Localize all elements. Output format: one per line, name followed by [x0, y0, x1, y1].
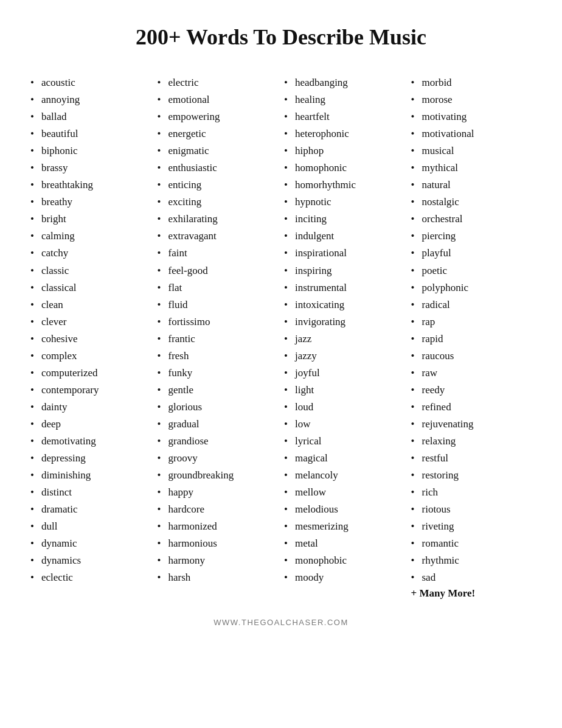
- list-item: melancoly: [284, 467, 405, 484]
- list-item: playful: [411, 245, 532, 262]
- list-item: eclectic: [30, 569, 151, 586]
- list-item: enticing: [158, 177, 279, 194]
- list-item: motivational: [411, 125, 532, 142]
- list-item: riotous: [411, 501, 532, 518]
- list-item: harmony: [158, 552, 279, 569]
- list-item: harsh: [158, 569, 279, 586]
- list-item: jazz: [284, 331, 405, 348]
- list-item: harmonized: [158, 518, 279, 535]
- list-item: sad: [411, 569, 532, 586]
- list-item: frantic: [158, 331, 279, 348]
- list-item: indulgent: [284, 228, 405, 245]
- column-1: acousticannoyingballadbeautifulbiphonicb…: [30, 74, 151, 600]
- list-item: calming: [30, 228, 151, 245]
- list-item: contemporary: [30, 382, 151, 399]
- list-item: clever: [30, 313, 151, 331]
- list-item: homorhythmic: [284, 177, 405, 194]
- list-item: exhilarating: [158, 211, 279, 228]
- list-item: brassy: [30, 159, 151, 177]
- list-item: motivating: [411, 108, 532, 125]
- list-item: loud: [284, 399, 405, 416]
- list-item: mellow: [284, 484, 405, 501]
- list-item: demotivating: [30, 433, 151, 450]
- list-item: healing: [284, 91, 405, 108]
- list-item: instrumental: [284, 279, 405, 296]
- list-item: breathy: [30, 194, 151, 211]
- list-item: joyful: [284, 365, 405, 382]
- footer: WWW.THEGOALCHASER.COM: [30, 618, 532, 627]
- columns-wrapper: acousticannoyingballadbeautifulbiphonicb…: [30, 74, 532, 600]
- list-item: inspiring: [284, 262, 405, 279]
- list-item: enthusiastic: [158, 159, 279, 177]
- page-title: 200+ Words To Describe Music: [30, 24, 532, 50]
- list-item: relaxing: [411, 433, 532, 450]
- list-item: classical: [30, 279, 151, 296]
- column-4: morbidmorosemotivatingmotivationalmusica…: [411, 74, 532, 600]
- list-item: groovy: [158, 450, 279, 467]
- list-item: fortissimo: [158, 313, 279, 331]
- list-item: diminishing: [30, 467, 151, 484]
- list-item: dainty: [30, 399, 151, 416]
- list-item: riveting: [411, 518, 532, 535]
- list-item: flat: [158, 279, 279, 296]
- list-item: harmonious: [158, 535, 279, 552]
- list-item: exciting: [158, 194, 279, 211]
- list-item: radical: [411, 296, 532, 313]
- list-item: inspirational: [284, 245, 405, 262]
- list-item: fluid: [158, 296, 279, 313]
- list-item: biphonic: [30, 142, 151, 159]
- list-item: hypnotic: [284, 194, 405, 211]
- list-item: electric: [158, 74, 279, 91]
- list-item: hiphop: [284, 142, 405, 159]
- list-item: empowering: [158, 108, 279, 125]
- list-item: classic: [30, 262, 151, 279]
- list-item: cohesive: [30, 331, 151, 348]
- list-item: fresh: [158, 348, 279, 365]
- list-item: romantic: [411, 535, 532, 552]
- column-2: electricemotionalempoweringenergeticenig…: [158, 74, 279, 600]
- list-item: nostalgic: [411, 194, 532, 211]
- list-item: funky: [158, 365, 279, 382]
- list-item: depressing: [30, 450, 151, 467]
- list-item: reedy: [411, 382, 532, 399]
- column-3: headbanginghealingheartfeltheterophonich…: [284, 74, 405, 600]
- list-item: heartfelt: [284, 108, 405, 125]
- list-item: mythical: [411, 159, 532, 177]
- list-item: polyphonic: [411, 279, 532, 296]
- word-list-2: electricemotionalempoweringenergeticenig…: [158, 74, 279, 586]
- list-item: distinct: [30, 484, 151, 501]
- list-item: emotional: [158, 91, 279, 108]
- list-item: energetic: [158, 125, 279, 142]
- list-item: raw: [411, 365, 532, 382]
- list-item: morose: [411, 91, 532, 108]
- list-item: clean: [30, 296, 151, 313]
- list-item: enigmatic: [158, 142, 279, 159]
- list-item: intoxicating: [284, 296, 405, 313]
- word-list-1: acousticannoyingballadbeautifulbiphonicb…: [30, 74, 151, 586]
- list-item: catchy: [30, 245, 151, 262]
- list-item: deep: [30, 416, 151, 433]
- list-item: refined: [411, 399, 532, 416]
- list-item: ballad: [30, 108, 151, 125]
- list-item: gradual: [158, 416, 279, 433]
- list-item: rapid: [411, 331, 532, 348]
- list-item: acoustic: [30, 74, 151, 91]
- list-item: poetic: [411, 262, 532, 279]
- list-item: dramatic: [30, 501, 151, 518]
- list-item: grandiose: [158, 433, 279, 450]
- list-item: natural: [411, 177, 532, 194]
- list-item: restful: [411, 450, 532, 467]
- list-item: computerized: [30, 365, 151, 382]
- list-item: rap: [411, 313, 532, 331]
- word-list-4: morbidmorosemotivatingmotivationalmusica…: [411, 74, 532, 586]
- list-item: rich: [411, 484, 532, 501]
- word-list-3: headbanginghealingheartfeltheterophonich…: [284, 74, 405, 586]
- list-item: bright: [30, 211, 151, 228]
- list-item: complex: [30, 348, 151, 365]
- list-item: faint: [158, 245, 279, 262]
- list-item: lyrical: [284, 433, 405, 450]
- list-item: metal: [284, 535, 405, 552]
- list-item: happy: [158, 484, 279, 501]
- list-item: dynamic: [30, 535, 151, 552]
- list-item: annoying: [30, 91, 151, 108]
